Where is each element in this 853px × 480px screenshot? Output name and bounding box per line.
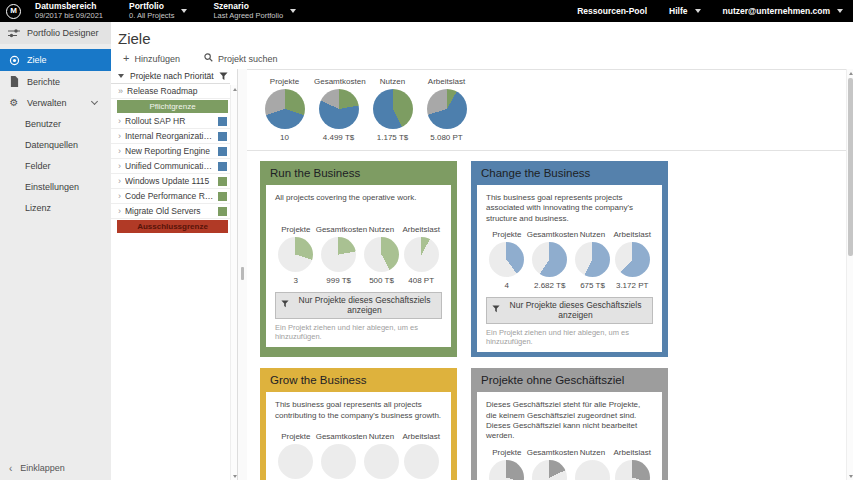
goal-color-indicator [218, 192, 227, 201]
goal-card-projekte-ohne-geschaeftsziel: Projekte ohne Geschäftsziel Dieses Gesch… [471, 368, 668, 480]
summary-metric-nutzen: Nutzen 1.175 T$ [368, 77, 417, 142]
tree-item-new-reporting-engine[interactable]: › New Reporting Engine [111, 144, 230, 159]
sidebar-item-berichte[interactable]: Berichte [0, 71, 111, 92]
scroll-up-icon[interactable] [847, 69, 853, 77]
search-icon [204, 53, 213, 64]
sidebar-header[interactable]: Portfolio Designer [0, 22, 111, 44]
sidebar-item-verwalten[interactable]: ⚙ Verwalten [0, 92, 111, 113]
mandatory-cutoff-banner[interactable]: Pflichtgrenze [117, 100, 228, 113]
sidebar-item-ziele[interactable]: Ziele [0, 49, 111, 71]
portfolio-value: 0. All Projects [129, 12, 174, 21]
chevron-right-icon: › [118, 207, 121, 216]
sidebar-item-lizenz[interactable]: Lizenz [0, 197, 111, 218]
nutzen-pie-chart [364, 237, 399, 272]
arbeitslast-pie-chart [404, 237, 439, 272]
sidebar-item-benutzer[interactable]: Benutzer [0, 113, 111, 134]
date-range-value: 09/2017 bis 09/2021 [35, 12, 103, 21]
target-icon [8, 55, 20, 66]
goal-description: This business goal represents projects a… [486, 193, 653, 224]
goal-color-indicator [218, 207, 227, 216]
chevron-right-icon: › [118, 147, 121, 156]
goal-color-indicator [218, 177, 227, 186]
collapse-sidebar-button[interactable]: ‹ Einklappen [0, 456, 111, 480]
filter-icon[interactable] [219, 67, 228, 85]
chevron-down-icon [695, 9, 701, 13]
sidebar-item-einstellungen[interactable]: Einstellungen [0, 176, 111, 197]
goal-title: Change the Business [477, 161, 662, 185]
add-goal-button[interactable]: + Hinzufügen [123, 53, 180, 64]
arbeitslast-pie-chart [615, 460, 650, 480]
summary-metric-arbeitslast: Arbeitslast 5.080 PT [422, 77, 471, 142]
tree-scrollbar[interactable] [230, 85, 237, 480]
dropdown-caret-icon [118, 74, 124, 78]
goal-drop-zone[interactable]: Dieses Geschäftsziel steht für alle Proj… [477, 392, 662, 480]
help-menu[interactable]: Hilfe [669, 6, 700, 16]
goal-drop-zone[interactable]: This business goal represents projects a… [477, 185, 662, 352]
chevron-right-icon: › [118, 162, 121, 171]
goal-card-change-the-business: Change the Business This business goal r… [471, 161, 668, 357]
goal-color-indicator [218, 132, 227, 141]
goal-description: This business goal represents all projec… [275, 400, 442, 426]
goal-description: All projects covering the operative work… [275, 193, 442, 219]
sidebar: Portfolio Designer Ziele Berichte ⚙ Verw… [0, 22, 111, 480]
scroll-up-icon[interactable] [231, 85, 238, 93]
gesamtkosten-pie-chart [321, 237, 356, 272]
gear-icon: ⚙ [8, 98, 20, 108]
goal-card-run-the-business: Run the Business All projects covering t… [260, 161, 457, 357]
tree-item-rollout-sap-hr[interactable]: › Rollout SAP HR [111, 114, 230, 129]
gesamtkosten-pie-chart [532, 242, 567, 277]
scroll-down-icon[interactable] [231, 472, 238, 480]
goal-drop-zone[interactable]: All projects covering the operative work… [266, 185, 451, 347]
splitter-grip[interactable] [241, 267, 244, 280]
scrollbar-thumb[interactable] [848, 78, 853, 256]
tree-item-code-performance-review[interactable]: › Code Performance Review [111, 189, 230, 204]
tree-view-selector[interactable]: Projekte nach Priorität [111, 69, 230, 84]
scroll-down-icon[interactable] [847, 472, 853, 480]
goal-description: Dieses Geschäftsziel steht für alle Proj… [486, 400, 653, 442]
panel-splitter[interactable] [238, 69, 247, 480]
tree-item-release-roadmap[interactable]: » Release Roadmap [111, 84, 230, 99]
summary-metric-gesamtkosten: Gesamtkosten 4.499 T$ [314, 77, 363, 142]
date-range-selector[interactable]: Datumsbereich 09/2017 bis 09/2021 [35, 2, 103, 20]
sidebar-item-felder[interactable]: Felder [0, 155, 111, 176]
gesamtkosten-pie-chart [532, 460, 567, 480]
projekte-pie-chart [489, 242, 524, 277]
chevron-down-icon [290, 9, 296, 13]
scenario-selector[interactable]: Szenario Last Agreed Portfolio [213, 2, 296, 20]
toolbar: + Hinzufügen Projekt suchen [111, 49, 853, 69]
arbeitslast-pie-chart [404, 444, 439, 479]
tree-item-unified-communications[interactable]: › Unified Communications Platf... [111, 159, 230, 174]
double-chevron-icon: » [118, 87, 123, 96]
app-logo[interactable]: M [6, 4, 21, 19]
goal-drop-zone[interactable]: This business goal represents all projec… [266, 392, 451, 480]
chevron-right-icon: › [118, 132, 121, 141]
goals-main-area: Projekte 10 Gesamtkosten 4.499 T$ Nutzen… [247, 69, 846, 480]
plus-icon: + [123, 53, 129, 64]
show-goal-projects-button[interactable]: Nur Projekte dieses Geschäftsziels anzei… [275, 292, 442, 319]
sidebar-item-datenquellen[interactable]: Datenquellen [0, 134, 111, 155]
resource-pool-link[interactable]: Ressourcen-Pool [577, 6, 647, 16]
arbeitslast-pie-chart [615, 242, 650, 277]
chevron-down-icon [181, 9, 187, 13]
tree-item-internal-reorganization[interactable]: › Internal Reorganization Project [111, 129, 230, 144]
sliders-icon [8, 28, 20, 38]
show-goal-projects-button[interactable]: Nur Projekte dieses Geschäftsziels anzei… [486, 297, 653, 324]
gesamtkosten-pie-chart [321, 444, 356, 479]
document-icon [8, 76, 20, 87]
goal-title: Projekte ohne Geschäftsziel [477, 368, 662, 392]
portfolio-selector[interactable]: Portfolio 0. All Projects [129, 2, 187, 20]
sidebar-title: Portfolio Designer [27, 28, 99, 38]
user-menu[interactable]: nutzer@unternehmen.com [723, 6, 843, 16]
chevron-right-icon: › [118, 117, 121, 126]
project-search[interactable]: Projekt suchen [204, 53, 278, 64]
projekte-pie-chart [265, 89, 305, 129]
drop-hint: Ein Projekt ziehen und hier ablegen, um … [486, 328, 653, 348]
nutzen-pie-chart [373, 89, 413, 129]
main-scrollbar[interactable] [846, 69, 853, 480]
exclusion-cutoff-banner[interactable]: Ausschlussgrenze [117, 220, 228, 233]
goal-color-indicator [218, 147, 227, 156]
projekte-pie-chart [489, 460, 524, 480]
tree-item-migrate-old-servers[interactable]: › Migrate Old Servers [111, 204, 230, 219]
filter-icon [281, 300, 289, 310]
tree-item-windows-update[interactable]: › Windows Update 1115 [111, 174, 230, 189]
